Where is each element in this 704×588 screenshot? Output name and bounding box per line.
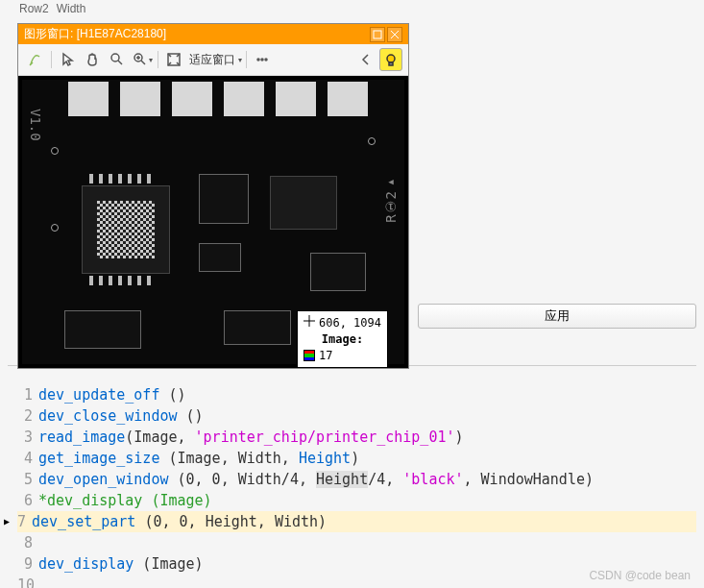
zoom-in-icon[interactable]: ▾ xyxy=(131,48,154,71)
code-line[interactable]: 5dev_open_window (0, 0, Width/4, Height/… xyxy=(17,469,696,490)
var-width: Width xyxy=(57,2,86,15)
code-text: dev_open_window (0, 0, Width/4, Height/4… xyxy=(38,469,594,490)
svg-point-6 xyxy=(265,59,267,61)
zoom-icon[interactable] xyxy=(106,48,129,71)
fit-dropdown-icon[interactable]: ▾ xyxy=(238,56,242,64)
code-editor[interactable]: 1dev_update_off ()2dev_close_window ()3r… xyxy=(17,384,696,588)
graphics-toolbar: ▾ 适应窗口 ▾ xyxy=(18,44,408,76)
minimize-icon[interactable] xyxy=(370,27,385,42)
line-number: 1 xyxy=(17,384,38,405)
svg-point-7 xyxy=(387,55,395,62)
line-number: 4 xyxy=(17,448,38,469)
pixel-tooltip: 606, 1094 Image: 17 xyxy=(297,310,388,368)
prev-icon[interactable] xyxy=(354,48,377,71)
line-number: 6 xyxy=(17,490,38,511)
apply-button[interactable]: 应用 xyxy=(418,304,696,329)
code-line[interactable]: 8 xyxy=(17,532,696,553)
right-panel: 应用 xyxy=(418,304,696,329)
code-line[interactable]: 3read_image(Image, 'printer_chip/printer… xyxy=(17,427,696,448)
code-text: read_image(Image, 'printer_chip/printer_… xyxy=(38,427,464,448)
variable-bar: Row2 Width xyxy=(0,0,704,17)
crosshair-icon xyxy=(303,315,315,331)
window-titlebar[interactable]: 图形窗口: [H1E87AC28180] xyxy=(18,24,408,44)
svg-rect-0 xyxy=(374,31,381,38)
svg-rect-8 xyxy=(389,62,393,65)
dots-icon[interactable] xyxy=(251,48,274,71)
fit-window-icon[interactable] xyxy=(162,48,185,71)
code-text: dev_set_part (0, 0, Height, Width) xyxy=(32,513,327,530)
pan-icon[interactable] xyxy=(81,48,104,71)
line-number: 10 xyxy=(17,575,38,588)
image-canvas[interactable]: V1.0 R①2▸ 606, 1094 Image: 17 xyxy=(18,76,408,368)
code-line[interactable]: 1dev_update_off () xyxy=(17,384,696,405)
pointer-icon[interactable] xyxy=(56,48,79,71)
graphics-window: 图形窗口: [H1E87AC28180] ▾ 适应窗口 ▾ V1.0 xyxy=(17,23,409,369)
svg-point-1 xyxy=(111,54,119,61)
line-number: 9 xyxy=(17,553,38,575)
tooltip-image-label: Image: xyxy=(322,331,363,348)
watermark: CSDN @code bean xyxy=(589,569,691,582)
code-text: *dev_display (Image) xyxy=(38,490,212,511)
line-number: 5 xyxy=(17,469,38,490)
code-text: dev_close_window () xyxy=(38,405,204,427)
code-line[interactable]: 4get_image_size (Image, Width, Height) xyxy=(17,448,696,469)
tooltip-coords: 606, 1094 xyxy=(319,315,381,331)
code-text: dev_display (Image) xyxy=(38,553,204,575)
fit-window-label[interactable]: 适应窗口 xyxy=(189,52,235,68)
line-number: 7 xyxy=(17,513,32,530)
svg-point-4 xyxy=(257,59,259,61)
line-number: 3 xyxy=(17,427,38,448)
code-line[interactable]: 2dev_close_window () xyxy=(17,405,696,427)
code-line[interactable]: ▶7dev_set_part (0, 0, Height, Width) xyxy=(17,511,696,532)
code-text: get_image_size (Image, Width, Height) xyxy=(38,448,359,469)
line-number: 8 xyxy=(17,532,38,553)
close-icon[interactable] xyxy=(387,27,402,42)
bulb-icon[interactable] xyxy=(379,48,402,71)
clear-icon[interactable] xyxy=(24,48,47,71)
color-swatch-icon xyxy=(303,350,315,361)
var-row2: Row2 xyxy=(19,2,49,15)
code-line[interactable]: 6*dev_display (Image) xyxy=(17,490,696,511)
window-title: 图形窗口: [H1E87AC28180] xyxy=(24,26,368,42)
line-number: 2 xyxy=(17,405,38,427)
svg-point-5 xyxy=(261,59,263,61)
code-text: dev_update_off () xyxy=(38,384,186,405)
breakpoint-icon[interactable]: ▶ xyxy=(4,511,10,532)
tooltip-value: 17 xyxy=(319,348,332,364)
